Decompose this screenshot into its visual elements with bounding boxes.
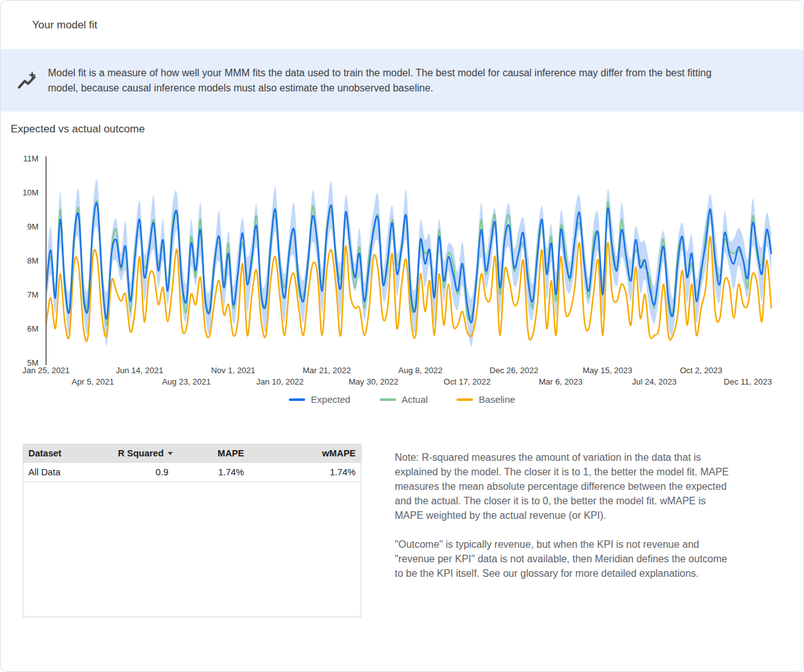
note-paragraph-2: "Outcome" is typically revenue, but when… xyxy=(395,537,735,581)
legend-label-expected: Expected xyxy=(311,394,351,405)
x-tick-label: Oct 2, 2023 xyxy=(680,366,722,375)
chart-section: Expected vs actual outcome 11M10M9M8M7M6… xyxy=(1,112,803,444)
y-tick-label: 10M xyxy=(23,188,38,197)
legend-item-expected[interactable]: Expected xyxy=(289,394,351,405)
cell-dataset: All Data xyxy=(23,463,112,482)
x-tick-label: Apr 5, 2021 xyxy=(72,377,114,386)
column-header-mape[interactable]: MAPE xyxy=(175,444,250,463)
insights-icon xyxy=(16,70,38,91)
model-fit-table-container: Dataset R Squared MAPE wMAPE All Data 0.… xyxy=(23,444,361,617)
x-tick-label: Aug 8, 2022 xyxy=(399,366,443,375)
bottom-row: Dataset R Squared MAPE wMAPE All Data 0.… xyxy=(1,444,803,617)
baseline-line-swatch xyxy=(457,398,473,401)
x-tick-label: May 30, 2022 xyxy=(349,377,399,386)
model-fit-card: Your model fit Model fit is a measure of… xyxy=(0,0,804,672)
x-tick-label: Mar 21, 2022 xyxy=(303,366,351,375)
x-tick-label: Dec 11, 2023 xyxy=(724,377,772,386)
sort-desc-icon xyxy=(168,452,173,455)
model-fit-chart: 11M10M9M8M7M6M5MJan 25, 2021Jun 14, 2021… xyxy=(1,151,804,391)
column-header-r-squared[interactable]: R Squared xyxy=(112,444,175,463)
legend-label-baseline: Baseline xyxy=(479,394,515,405)
legend-item-baseline[interactable]: Baseline xyxy=(457,394,515,405)
y-tick-label: 11M xyxy=(23,154,38,163)
x-tick-label: Mar 6, 2023 xyxy=(539,377,583,386)
legend-item-actual[interactable]: Actual xyxy=(380,394,428,405)
x-tick-label: Jul 24, 2023 xyxy=(632,377,677,386)
actual-line-swatch xyxy=(380,398,396,401)
page-title: Your model fit xyxy=(32,19,97,32)
cell-r-squared: 0.9 xyxy=(112,463,175,482)
y-tick-label: 9M xyxy=(27,222,38,231)
x-tick-label: Aug 23, 2021 xyxy=(162,377,211,386)
x-tick-label: May 15, 2023 xyxy=(583,366,632,375)
legend-label-actual: Actual xyxy=(402,394,428,405)
info-banner-text: Model fit is a measure of how well your … xyxy=(48,66,732,96)
model-fit-table: Dataset R Squared MAPE wMAPE All Data 0.… xyxy=(23,444,362,482)
x-tick-label: Jan 25, 2021 xyxy=(22,366,69,375)
x-tick-label: Jan 10, 2022 xyxy=(256,377,303,386)
column-header-dataset[interactable]: Dataset xyxy=(23,444,112,463)
column-header-wmape[interactable]: wMAPE xyxy=(250,444,362,463)
note-paragraph-1: Note: R-squared measures the amount of v… xyxy=(395,450,735,523)
explanatory-note: Note: R-squared measures the amount of v… xyxy=(395,450,735,595)
info-banner: Model fit is a measure of how well your … xyxy=(1,49,803,112)
table-row: All Data 0.9 1.74% 1.74% xyxy=(23,463,362,482)
cell-mape: 1.74% xyxy=(175,463,250,482)
card-header: Your model fit xyxy=(1,1,803,49)
x-tick-label: Oct 17, 2022 xyxy=(444,377,491,386)
x-tick-label: Dec 26, 2022 xyxy=(489,366,538,375)
y-tick-label: 8M xyxy=(27,256,38,265)
y-tick-label: 6M xyxy=(27,324,38,333)
x-tick-label: Jun 14, 2021 xyxy=(116,366,163,375)
table-header-row: Dataset R Squared MAPE wMAPE xyxy=(23,444,362,463)
expected-line-swatch xyxy=(289,398,305,401)
chart-title: Expected vs actual outcome xyxy=(11,123,145,136)
x-tick-label: Nov 1, 2021 xyxy=(211,366,255,375)
cell-wmape: 1.74% xyxy=(250,463,362,482)
y-tick-label: 7M xyxy=(27,290,38,299)
chart-legend: Expected Actual Baseline xyxy=(1,394,803,405)
